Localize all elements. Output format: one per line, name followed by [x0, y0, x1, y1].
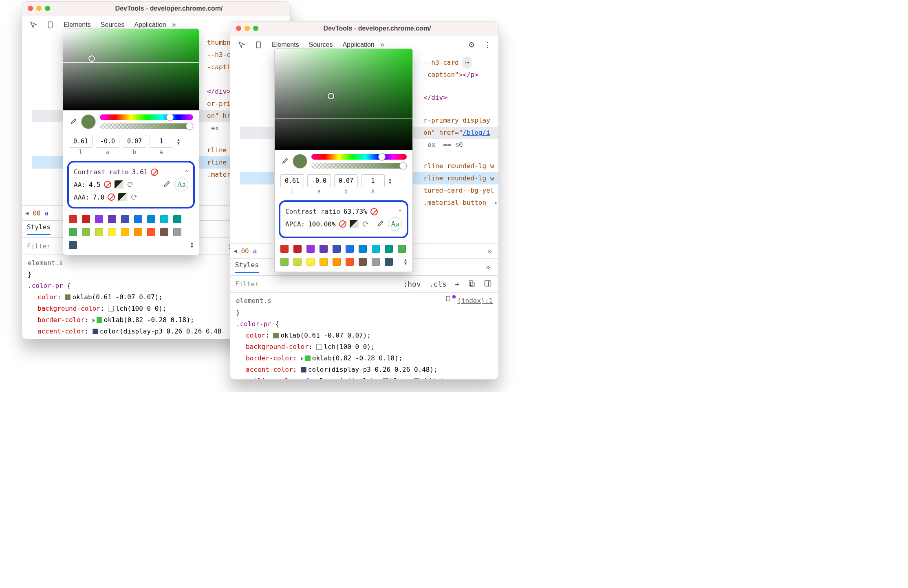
palette-swatch[interactable] — [372, 258, 380, 266]
color-swatch[interactable] — [273, 333, 279, 338]
chevron-double-right-icon[interactable]: » — [483, 263, 494, 271]
gear-icon[interactable]: ⚙ — [465, 39, 478, 51]
chevron-up-icon[interactable]: ⌃ — [185, 169, 188, 176]
palette-swatch[interactable] — [69, 215, 77, 223]
palette-swatch[interactable] — [306, 245, 315, 253]
styles-copy-icon[interactable] — [466, 279, 477, 289]
suggested-swatch[interactable] — [350, 220, 359, 228]
cls-button[interactable]: .cls — [428, 280, 448, 288]
reload-icon[interactable] — [362, 221, 368, 227]
saturation-value-area[interactable] — [275, 49, 412, 150]
reload-icon[interactable] — [127, 181, 133, 188]
palette-swatch[interactable] — [346, 258, 354, 266]
palette-swatch[interactable] — [306, 258, 315, 266]
reload-icon[interactable] — [130, 194, 137, 200]
palette-swatch[interactable] — [173, 228, 181, 236]
color-swatch[interactable] — [305, 355, 311, 361]
tab-elements[interactable]: Elements — [272, 41, 299, 48]
chevron-double-right-icon[interactable]: » — [169, 20, 179, 29]
value-outline[interactable]: color-mix(in lch, — [104, 339, 171, 339]
color-swatch[interactable] — [301, 367, 306, 373]
close-icon[interactable] — [28, 6, 33, 11]
suggested-swatch[interactable] — [118, 193, 127, 201]
device-icon[interactable] — [43, 18, 58, 31]
color-swatch[interactable] — [414, 378, 419, 380]
filter-input[interactable]: Filter — [27, 242, 51, 250]
spinner-icon[interactable]: ▲▼ — [177, 138, 180, 145]
hue-slider[interactable] — [100, 114, 193, 120]
palette-swatch[interactable] — [359, 245, 367, 253]
palette-swatch[interactable] — [320, 258, 328, 266]
slider-thumb[interactable] — [399, 162, 407, 169]
spinner-icon[interactable]: ▲▼ — [389, 177, 391, 184]
hov-button[interactable]: :hov — [401, 280, 422, 288]
palette-swatch[interactable] — [108, 215, 116, 223]
slider-thumb[interactable] — [166, 114, 174, 121]
minimize-icon[interactable] — [36, 6, 42, 11]
edit-icon[interactable] — [377, 219, 385, 229]
input-b[interactable] — [334, 174, 358, 187]
copy-icon[interactable] — [444, 295, 452, 307]
value-border[interactable]: oklab(0.82 -0.28 0.18); — [104, 316, 194, 324]
palette-swatch[interactable] — [82, 228, 90, 236]
hue-slider[interactable] — [311, 154, 407, 160]
palette-swatch[interactable] — [160, 215, 168, 223]
spinner-icon[interactable]: ▲▼ — [404, 258, 407, 266]
palette-swatch[interactable] — [293, 245, 302, 253]
input-a[interactable] — [307, 174, 331, 187]
triangle-icon[interactable] — [93, 318, 95, 323]
palette-swatch[interactable] — [173, 215, 181, 223]
preview-text-icon[interactable]: Aa — [388, 217, 402, 231]
input-a[interactable] — [96, 135, 119, 148]
close-icon[interactable] — [236, 26, 241, 31]
breadcrumb-item[interactable]: 00 — [241, 247, 249, 255]
chevron-up-icon[interactable]: ⌃ — [399, 208, 402, 215]
preview-text-icon[interactable]: Aa — [174, 178, 188, 191]
chevron-double-right-icon[interactable]: » — [484, 247, 495, 255]
palette-swatch[interactable] — [134, 228, 142, 236]
color-swatch[interactable] — [108, 306, 114, 312]
value-color[interactable]: oklab(0.61 -0.07 0.07); — [72, 293, 163, 301]
value-bg[interactable]: lch(100 0 0); — [115, 305, 166, 312]
maximize-icon[interactable] — [253, 26, 258, 31]
panel-toggle-icon[interactable] — [482, 279, 494, 289]
input-alpha[interactable] — [361, 174, 385, 187]
maximize-icon[interactable] — [45, 6, 50, 11]
palette-swatch[interactable] — [95, 215, 103, 223]
inspect-icon[interactable] — [26, 18, 41, 31]
tab-sources[interactable]: Sources — [101, 21, 125, 29]
slider-thumb[interactable] — [186, 123, 193, 130]
spinner-icon[interactable]: ▲▼ — [191, 241, 193, 249]
minimize-icon[interactable] — [245, 26, 250, 31]
input-b[interactable] — [123, 135, 146, 148]
value-outline[interactable]: color-mix(in lch, — [312, 377, 379, 380]
palette-swatch[interactable] — [346, 245, 354, 253]
palette-swatch[interactable] — [280, 258, 289, 266]
palette-swatch[interactable] — [280, 245, 289, 253]
color-swatch[interactable] — [383, 378, 388, 380]
saturation-value-area[interactable] — [63, 29, 199, 110]
alpha-slider[interactable] — [100, 123, 193, 129]
palette-swatch[interactable] — [108, 228, 116, 236]
palette-swatch[interactable] — [359, 258, 367, 266]
palette-swatch[interactable] — [69, 228, 77, 236]
value-outline-blue[interactable]: blue, — [390, 377, 410, 380]
palette-swatch[interactable] — [372, 245, 380, 253]
input-alpha[interactable] — [150, 135, 173, 148]
chevron-double-right-icon[interactable]: » — [377, 40, 388, 49]
kebab-icon[interactable]: ⋮ — [480, 39, 494, 51]
tab-application[interactable]: Application — [134, 21, 166, 29]
eyedropper-icon[interactable] — [69, 117, 77, 127]
source-link[interactable]: (index):1 — [457, 295, 493, 307]
styles-pane[interactable]: element.s (index):1 } .color-pr { color:… — [230, 293, 498, 380]
palette-swatch[interactable] — [147, 228, 155, 236]
palette-swatch[interactable] — [333, 258, 341, 266]
breadcrumb-item[interactable]: a — [45, 209, 49, 217]
value-outline-blue[interactable]: blue, — [182, 339, 201, 339]
breadcrumb-item[interactable]: 00 — [33, 209, 40, 217]
input-l[interactable] — [280, 174, 304, 187]
picker-cursor[interactable] — [328, 93, 334, 99]
palette-swatch[interactable] — [134, 215, 142, 223]
chevron-right-icon[interactable]: ▸ — [494, 199, 498, 206]
tab-styles[interactable]: Styles — [235, 261, 259, 273]
